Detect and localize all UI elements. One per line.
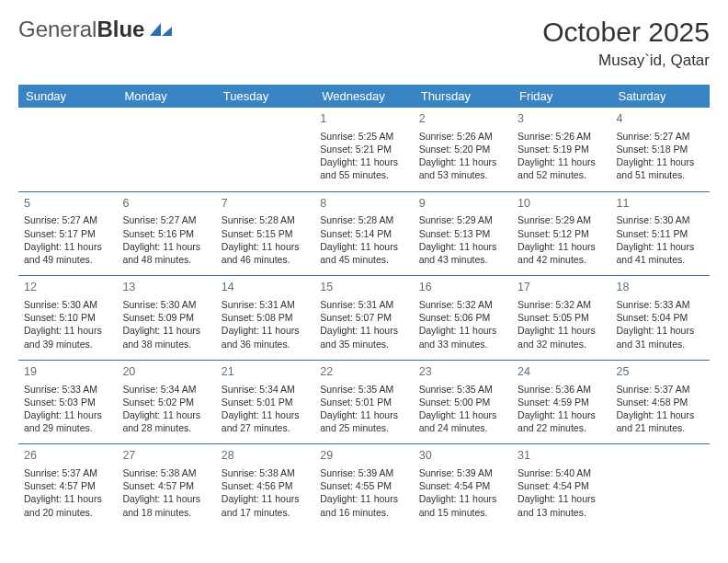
- sunrise-line: Sunrise: 5:28 AM: [222, 213, 309, 226]
- sunrise-line: Sunrise: 5:26 AM: [518, 130, 605, 143]
- day-cell: 9Sunrise: 5:29 AMSunset: 5:13 PMDaylight…: [414, 191, 512, 276]
- calendar-row: 19Sunrise: 5:33 AMSunset: 5:03 PMDayligh…: [18, 360, 710, 444]
- sunrise-line: Sunrise: 5:37 AM: [617, 383, 704, 396]
- sail-icon: [148, 21, 174, 38]
- daylight-line: Daylight: 11 hours and 49 minutes.: [24, 240, 111, 266]
- day-number: 16: [419, 280, 506, 295]
- sunset-line: Sunset: 4:58 PM: [617, 396, 704, 408]
- day-cell: 16Sunrise: 5:32 AMSunset: 5:06 PMDayligh…: [414, 276, 512, 361]
- sunrise-line: Sunrise: 5:40 AM: [518, 466, 605, 479]
- sunset-line: Sunset: 4:57 PM: [122, 479, 210, 492]
- day-number: 23: [419, 364, 506, 380]
- logo: GeneralBlue: [18, 17, 174, 42]
- day-number: 8: [320, 196, 407, 212]
- daylight-line: Daylight: 11 hours and 32 minutes.: [518, 324, 605, 350]
- daylight-line: Daylight: 11 hours and 43 minutes.: [419, 240, 506, 266]
- day-cell: 2Sunrise: 5:26 AMSunset: 5:20 PMDaylight…: [414, 108, 512, 191]
- page-title: October 2025: [542, 17, 710, 48]
- day-cell: 6Sunrise: 5:27 AMSunset: 5:16 PMDaylight…: [117, 191, 215, 276]
- daylight-line: Daylight: 11 hours and 29 minutes.: [24, 408, 111, 434]
- sunrise-line: Sunrise: 5:30 AM: [24, 298, 111, 311]
- sunset-line: Sunset: 5:07 PM: [320, 311, 407, 324]
- day-header: Tuesday: [216, 85, 314, 108]
- day-header-row: SundayMondayTuesdayWednesdayThursdayFrid…: [18, 85, 710, 108]
- sunset-line: Sunset: 5:09 PM: [122, 311, 210, 324]
- daylight-line: Daylight: 11 hours and 45 minutes.: [320, 240, 407, 266]
- daylight-line: Daylight: 11 hours and 18 minutes.: [122, 492, 210, 518]
- sunrise-line: Sunrise: 5:39 AM: [320, 466, 407, 479]
- logo-word1: General: [18, 17, 97, 41]
- daylight-line: Daylight: 11 hours and 21 minutes.: [617, 408, 704, 434]
- day-cell-empty: [611, 444, 710, 528]
- sunset-line: Sunset: 5:01 PM: [320, 396, 407, 408]
- daylight-line: Daylight: 11 hours and 33 minutes.: [419, 324, 506, 350]
- daylight-line: Daylight: 11 hours and 38 minutes.: [122, 324, 210, 350]
- sunrise-line: Sunrise: 5:31 AM: [320, 298, 407, 311]
- sunset-line: Sunset: 5:04 PM: [617, 311, 704, 324]
- daylight-line: Daylight: 11 hours and 20 minutes.: [24, 492, 111, 518]
- sunrise-line: Sunrise: 5:29 AM: [518, 213, 605, 226]
- sunrise-line: Sunrise: 5:27 AM: [617, 130, 704, 143]
- daylight-line: Daylight: 11 hours and 42 minutes.: [518, 240, 605, 266]
- daylight-line: Daylight: 11 hours and 13 minutes.: [518, 492, 605, 518]
- day-number: 4: [617, 111, 704, 127]
- sunset-line: Sunset: 5:01 PM: [222, 396, 309, 408]
- day-cell: 4Sunrise: 5:27 AMSunset: 5:18 PMDaylight…: [611, 108, 710, 191]
- sunrise-line: Sunrise: 5:25 AM: [320, 130, 407, 143]
- sunrise-line: Sunrise: 5:27 AM: [24, 213, 111, 226]
- day-cell-empty: [117, 108, 215, 191]
- daylight-line: Daylight: 11 hours and 52 minutes.: [518, 155, 605, 181]
- day-number: 14: [222, 280, 309, 295]
- sunset-line: Sunset: 5:06 PM: [419, 311, 506, 324]
- header: GeneralBlue October 2025 Musay`id, Qatar: [18, 17, 710, 70]
- sunset-line: Sunset: 5:05 PM: [518, 311, 605, 324]
- sunset-line: Sunset: 4:54 PM: [518, 479, 605, 492]
- day-number: 7: [222, 196, 309, 212]
- day-number: 17: [518, 280, 605, 295]
- daylight-line: Daylight: 11 hours and 15 minutes.: [419, 492, 506, 518]
- sunset-line: Sunset: 5:18 PM: [617, 143, 704, 155]
- day-header: Friday: [512, 85, 610, 108]
- day-cell: 5Sunrise: 5:27 AMSunset: 5:17 PMDaylight…: [18, 191, 117, 276]
- day-cell: 23Sunrise: 5:35 AMSunset: 5:00 PMDayligh…: [414, 360, 512, 444]
- title-block: October 2025 Musay`id, Qatar: [542, 17, 710, 70]
- day-number: 29: [320, 448, 407, 464]
- daylight-line: Daylight: 11 hours and 36 minutes.: [222, 324, 309, 350]
- day-number: 10: [518, 196, 605, 212]
- day-number: 24: [518, 364, 605, 380]
- sunrise-line: Sunrise: 5:30 AM: [122, 298, 210, 311]
- day-cell: 29Sunrise: 5:39 AMSunset: 4:55 PMDayligh…: [314, 444, 413, 528]
- daylight-line: Daylight: 11 hours and 48 minutes.: [122, 240, 210, 266]
- day-cell: 15Sunrise: 5:31 AMSunset: 5:07 PMDayligh…: [314, 276, 413, 361]
- logo-word2: Blue: [97, 17, 144, 41]
- sunrise-line: Sunrise: 5:35 AM: [419, 383, 506, 396]
- day-number: 28: [222, 448, 309, 464]
- daylight-line: Daylight: 11 hours and 35 minutes.: [320, 324, 407, 350]
- sunrise-line: Sunrise: 5:27 AM: [122, 213, 210, 226]
- sunset-line: Sunset: 4:57 PM: [24, 479, 111, 492]
- day-number: 27: [122, 448, 210, 464]
- day-cell-empty: [18, 108, 117, 191]
- sunrise-line: Sunrise: 5:26 AM: [419, 130, 506, 143]
- daylight-line: Daylight: 11 hours and 39 minutes.: [24, 324, 111, 350]
- day-header: Sunday: [18, 85, 117, 108]
- day-cell: 18Sunrise: 5:33 AMSunset: 5:04 PMDayligh…: [611, 276, 710, 361]
- sunrise-line: Sunrise: 5:32 AM: [518, 298, 605, 311]
- daylight-line: Daylight: 11 hours and 55 minutes.: [320, 155, 407, 181]
- day-cell: 26Sunrise: 5:37 AMSunset: 4:57 PMDayligh…: [18, 444, 117, 528]
- sunset-line: Sunset: 4:54 PM: [419, 479, 506, 492]
- day-number: 21: [222, 364, 309, 380]
- day-cell: 27Sunrise: 5:38 AMSunset: 4:57 PMDayligh…: [117, 444, 215, 528]
- day-number: 20: [122, 364, 210, 380]
- calendar-row: 1Sunrise: 5:25 AMSunset: 5:21 PMDaylight…: [18, 108, 710, 191]
- sunset-line: Sunset: 5:10 PM: [24, 311, 111, 324]
- daylight-line: Daylight: 11 hours and 16 minutes.: [320, 492, 407, 518]
- day-header: Wednesday: [314, 85, 413, 108]
- day-cell: 30Sunrise: 5:39 AMSunset: 4:54 PMDayligh…: [414, 444, 512, 528]
- day-header: Saturday: [611, 85, 710, 108]
- sunset-line: Sunset: 5:19 PM: [518, 143, 605, 155]
- daylight-line: Daylight: 11 hours and 27 minutes.: [222, 408, 309, 434]
- sunset-line: Sunset: 5:02 PM: [122, 396, 210, 408]
- day-number: 26: [24, 448, 111, 464]
- sunrise-line: Sunrise: 5:34 AM: [222, 383, 309, 396]
